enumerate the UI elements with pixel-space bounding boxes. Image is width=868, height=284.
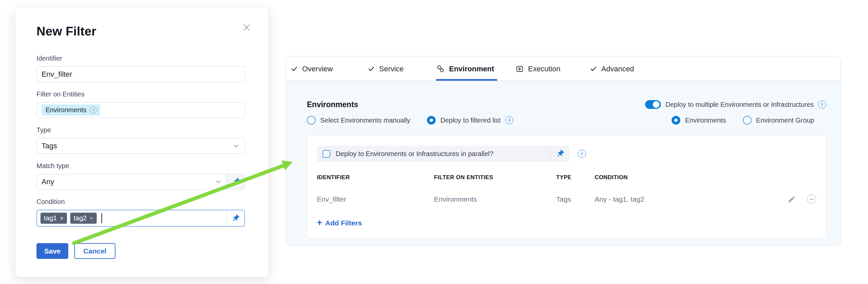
entity-chip: Environments ×	[41, 105, 100, 116]
entity-chip-label: Environments	[45, 106, 86, 114]
check-icon	[291, 65, 298, 72]
pipeline-tabbar: Overview Service Environment	[286, 57, 840, 81]
environment-panel: Overview Service Environment	[286, 56, 841, 245]
chip-remove-icon[interactable]: ×	[60, 215, 64, 221]
chevron-down-icon	[232, 142, 240, 150]
identifier-value: Env_filter	[41, 70, 72, 79]
add-filters-button[interactable]: + Add Filters	[317, 218, 362, 227]
page: New Filter Identifier Env_filter Filter …	[0, 0, 868, 284]
filter-on-entities-input[interactable]: Environments ×	[36, 102, 245, 118]
tab-advanced[interactable]: Advanced	[590, 57, 634, 81]
chevron-down-icon	[215, 178, 222, 186]
condition-input[interactable]: tag1 × tag2 ×	[36, 210, 245, 227]
pin-runtime-input-icon[interactable]	[227, 174, 245, 190]
radio-label: Environments	[685, 117, 726, 124]
cell-identifier: Env_filter	[317, 195, 434, 203]
radio-environment-group[interactable]	[743, 116, 751, 124]
active-tab-underline	[436, 79, 497, 81]
tab-label: Environment	[449, 65, 494, 73]
chip-remove-icon[interactable]: ×	[90, 215, 93, 221]
tab-overview[interactable]: Overview	[291, 57, 333, 81]
cell-condition: Any - tag1, tag2	[595, 195, 773, 203]
tab-environment[interactable]: Environment	[436, 57, 494, 81]
radio-label: Select Environments manually	[320, 117, 410, 124]
col-header-type: TYPE	[556, 174, 595, 181]
plus-icon: +	[317, 218, 322, 227]
parallel-deploy-option: Deploy to Environments or Infrastructure…	[317, 146, 569, 162]
tab-label: Execution	[528, 65, 560, 73]
cell-type: Tags	[556, 195, 595, 203]
filter-on-entities-label: Filter on Entities	[36, 90, 249, 98]
radio-select-environments-manually[interactable]	[307, 116, 315, 124]
col-header-filter-on-entities: FILTER ON ENTITIES	[434, 174, 556, 181]
radio-deploy-to-filtered-list[interactable]	[427, 116, 436, 124]
condition-label: Condition	[36, 198, 249, 206]
col-header-identifier: IDENTIFIER	[317, 174, 434, 181]
condition-tag-label: tag2	[73, 214, 87, 222]
new-filter-modal: New Filter Identifier Env_filter Filter …	[15, 7, 269, 277]
execution-play-icon	[516, 65, 524, 73]
match-type-label: Match type	[36, 162, 249, 170]
environments-heading: Environments	[307, 100, 513, 109]
match-type-value: Any	[41, 177, 54, 186]
toggle-label: Deploy to multiple Environments or Infra…	[665, 101, 814, 109]
parallel-checkbox-label: Deploy to Environments or Infrastructure…	[336, 150, 546, 158]
condition-tag-label: tag1	[44, 214, 57, 222]
info-icon[interactable]: i	[578, 150, 586, 158]
radio-label: Deploy to filtered list	[440, 117, 501, 124]
remove-row-icon[interactable]	[807, 195, 816, 204]
filters-table: IDENTIFIER FILTER ON ENTITIES TYPE CONDI…	[317, 174, 816, 204]
table-row: Env_filter Environments Tags Any - tag1,…	[317, 195, 816, 204]
match-type-select[interactable]: Any	[36, 174, 227, 190]
check-icon	[590, 65, 597, 72]
tab-service[interactable]: Service	[368, 57, 404, 81]
cancel-button[interactable]: Cancel	[74, 243, 116, 259]
save-button[interactable]: Save	[36, 243, 68, 259]
info-icon[interactable]: i	[818, 101, 826, 109]
condition-tag-chip: tag2 ×	[70, 213, 97, 224]
add-filters-label: Add Filters	[325, 219, 362, 227]
deploy-multiple-toggle[interactable]	[645, 100, 661, 109]
radio-label: Environment Group	[756, 117, 814, 124]
divider	[551, 149, 551, 159]
radio-environments[interactable]	[672, 116, 680, 124]
type-select[interactable]: Tags	[36, 138, 245, 154]
identifier-input[interactable]: Env_filter	[36, 66, 245, 82]
tab-label: Advanced	[601, 65, 634, 73]
environment-hexagons-icon	[436, 65, 445, 73]
check-icon	[368, 65, 375, 72]
edit-pencil-icon[interactable]	[788, 195, 796, 203]
parallel-checkbox[interactable]	[322, 150, 330, 158]
pin-runtime-input-icon[interactable]	[226, 210, 244, 226]
modal-title: New Filter	[36, 24, 249, 38]
col-header-condition: CONDITION	[595, 174, 773, 181]
type-label: Type	[36, 126, 249, 134]
tab-label: Service	[379, 65, 404, 73]
cell-filter-on-entities: Environments	[434, 195, 556, 203]
tab-label: Overview	[302, 65, 333, 73]
type-value: Tags	[41, 142, 57, 150]
condition-tag-chip: tag1 ×	[40, 213, 67, 224]
tab-execution[interactable]: Execution	[516, 57, 560, 81]
chip-remove-icon[interactable]: ×	[90, 107, 97, 114]
identifier-label: Identifier	[36, 55, 249, 62]
filters-card: Deploy to Environments or Infrastructure…	[307, 135, 827, 239]
info-icon[interactable]: i	[505, 116, 513, 124]
pin-runtime-input-icon[interactable]	[556, 149, 564, 158]
text-cursor	[101, 213, 102, 223]
